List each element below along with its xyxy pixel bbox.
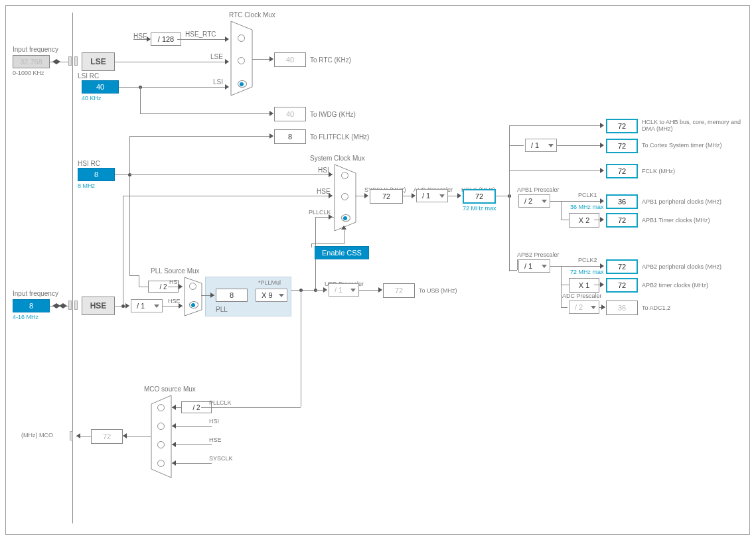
mco-hsi[interactable]	[157, 423, 165, 430]
mco-label: (MHz) MCO	[21, 432, 53, 439]
apb1-presc-label: APB1 Prescaler	[517, 186, 560, 193]
hclk-ahb-label: HCLK to AHB bus, core, memory and DMA (M…	[642, 119, 741, 132]
sysclk-value[interactable]: 72	[370, 189, 403, 204]
adc-label: To ADC1,2	[642, 304, 670, 311]
hse-source: HSE	[82, 297, 115, 315]
mco-hse[interactable]	[157, 441, 165, 448]
lsi-freq-label: 40 KHz	[82, 95, 102, 101]
apb2-presc-label: APB2 Prescaler	[517, 251, 560, 258]
rtc-mux-title: RTC Clock Mux	[229, 11, 275, 19]
pllmux-hse[interactable]	[189, 301, 198, 308]
rtc-out-label: To RTC (KHz)	[310, 56, 351, 64]
rtc-lsi-label: LSI	[213, 78, 223, 86]
hsi-value: 8	[78, 168, 115, 181]
lse-input-freq-label: Input frequency	[13, 46, 58, 53]
apb1-timer-value: 72	[606, 213, 638, 228]
apb2-timer-label: APB2 timer clocks (MHz)	[642, 282, 708, 289]
pll-mux-title: PLL Source Mux	[151, 267, 200, 275]
rtc-mux-hse[interactable]	[238, 34, 245, 42]
apb1-periph-value: 36	[606, 194, 638, 209]
cortex-timer-value: 72	[606, 139, 638, 153]
mco-pllclk[interactable]	[157, 404, 165, 411]
sysclk-mux-title: System Clock Mux	[310, 155, 365, 162]
hsi-rc-label: HSI RC	[78, 160, 100, 167]
mco-mux-title: MCO source Mux	[144, 385, 196, 393]
cortex-timer-label: To Cortex System timer (MHz)	[642, 142, 722, 149]
hse-prescaler[interactable]: / 1	[131, 299, 163, 312]
flitf-value: 8	[274, 129, 306, 144]
apb2-periph-label: APB2 peripheral clocks (MHz)	[642, 263, 721, 270]
hse-rtc-label: HSE_RTC	[185, 31, 216, 38]
pll-input: 8	[216, 289, 248, 302]
ahb-prescaler[interactable]: / 1	[416, 189, 448, 202]
apb2-periph-value: 72	[606, 259, 638, 274]
enable-css-button[interactable]: Enable CSS	[315, 246, 369, 259]
mco-source-mux[interactable]	[151, 395, 171, 477]
pllmul-label: *PLLMul	[258, 279, 281, 286]
pll-multiplier[interactable]: X 9	[256, 289, 287, 302]
flitf-label: To FLITFCLK (MHz)	[310, 133, 369, 141]
rtc-clock-mux[interactable]	[230, 21, 252, 95]
iwdg-label: To IWDG (KHz)	[310, 111, 356, 118]
usb-label: To USB (MHz)	[419, 287, 457, 294]
lse-source: LSE	[82, 52, 115, 71]
usb-prescaler[interactable]: / 1	[329, 283, 359, 297]
fclk-label: FCLK (MHz)	[642, 168, 675, 174]
sysmux-hse[interactable]	[341, 193, 348, 200]
hclk-value[interactable]: 72	[463, 189, 496, 204]
apb1-timer-mul: X 2	[569, 213, 599, 228]
hse-input-freq[interactable]: 8	[13, 299, 50, 312]
system-clock-mux[interactable]	[334, 164, 355, 230]
fclk-value: 72	[606, 164, 638, 178]
hse-input-freq-label: Input frequency	[13, 290, 58, 297]
rtc-mux-lse[interactable]	[238, 57, 245, 64]
adc-prescaler[interactable]: / 2	[569, 301, 599, 314]
sysmux-hsi[interactable]	[341, 172, 348, 179]
rtc-out: 40	[274, 52, 306, 67]
iwdg-out: 40	[274, 107, 306, 121]
apb2-prescaler[interactable]: / 1	[518, 259, 550, 273]
lse-input-freq[interactable]: 32.768	[13, 55, 50, 68]
pll-name: PLL	[216, 306, 228, 313]
lsi-value: 40	[82, 80, 119, 94]
hse-range: 4-16 MHz	[13, 314, 38, 320]
main-bus-line	[72, 13, 73, 523]
hsi-freq: 8 MHz	[78, 182, 95, 189]
apb1-periph-label: APB1 peripheral clocks (MHz)	[642, 198, 721, 205]
sysmux-pllclk[interactable]	[341, 214, 350, 222]
lse-range: 0-1000 KHz	[13, 70, 44, 76]
apb2-timer-value: 72	[606, 278, 638, 293]
usb-value: 72	[383, 283, 415, 298]
rtc-mux-lsi[interactable]	[238, 80, 247, 88]
hclk-max: 72 MHz max	[463, 205, 496, 212]
pll-source-mux[interactable]	[184, 277, 201, 315]
pllmux-hsi[interactable]	[189, 283, 196, 290]
adc-presc-label: ADC Prescaler	[562, 293, 602, 299]
apb1-timer-label: APB1 Timer clocks (MHz)	[642, 217, 710, 224]
cortex-prescaler[interactable]: / 1	[525, 139, 557, 152]
mco-sysclk[interactable]	[157, 460, 165, 467]
adc-value: 36	[606, 301, 638, 315]
apb1-prescaler[interactable]: / 2	[518, 194, 550, 208]
lsi-rc-label: LSI RC	[78, 72, 99, 80]
rtc-lse-label: LSE	[210, 53, 223, 60]
mco-out: 72	[91, 429, 123, 444]
clock-config-canvas: Input frequency 32.768 0-1000 KHz LSE LS…	[5, 5, 750, 535]
apb2-timer-mul: X 1	[569, 278, 599, 293]
hclk-ahb-value: 72	[606, 119, 638, 133]
